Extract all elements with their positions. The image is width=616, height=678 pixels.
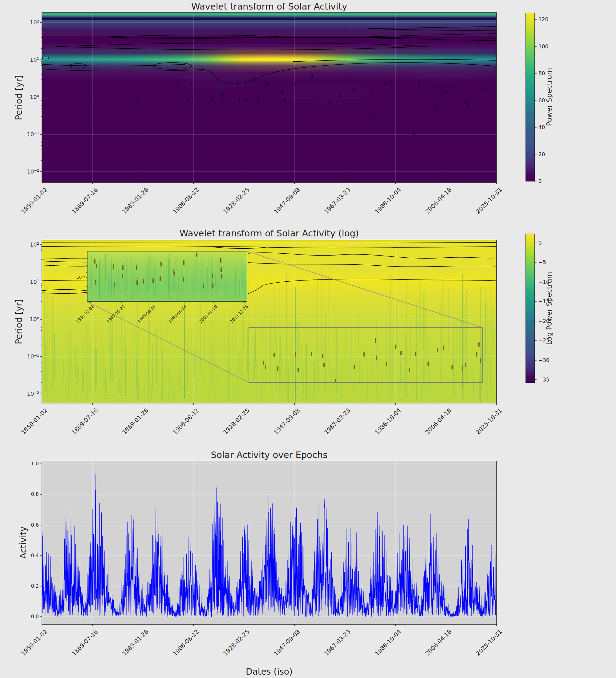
event-mark bbox=[375, 338, 376, 343]
plot2-y-tick-label: 10⁻¹ bbox=[17, 353, 39, 360]
event-mark bbox=[221, 274, 222, 279]
event-mark bbox=[467, 102, 468, 106]
event-mark bbox=[265, 84, 266, 88]
activity-series-plot bbox=[42, 461, 497, 625]
event-mark bbox=[182, 277, 184, 282]
event-mark bbox=[95, 280, 96, 285]
event-mark bbox=[323, 363, 325, 367]
event-mark bbox=[96, 264, 97, 268]
event-mark bbox=[220, 258, 221, 263]
event-mark bbox=[274, 353, 275, 357]
event-mark bbox=[443, 345, 444, 350]
event-mark bbox=[462, 367, 463, 371]
plot1-background bbox=[42, 13, 496, 182]
colorbar2-tick-label: −15 bbox=[538, 298, 557, 305]
plot3-y-tick-label: 0.8 bbox=[24, 491, 39, 497]
event-mark bbox=[284, 99, 285, 103]
plot3-y-tick-label: 0.0 bbox=[24, 613, 39, 620]
event-mark bbox=[354, 365, 355, 369]
plot1-title: Wavelet transform of Solar Activity bbox=[42, 1, 496, 12]
event-mark bbox=[220, 267, 222, 272]
event-mark bbox=[415, 352, 416, 356]
event-mark bbox=[419, 84, 419, 88]
colorbar1-gradient bbox=[526, 13, 535, 181]
event-mark bbox=[437, 348, 438, 352]
inset-axes bbox=[86, 251, 247, 303]
event-mark bbox=[330, 102, 331, 106]
colorbar1-tick-label: 0 bbox=[538, 178, 557, 185]
plot3-title: Solar Activity over Epochs bbox=[42, 450, 496, 460]
event-mark bbox=[485, 86, 486, 90]
plot2-y-tick-label: 10⁻² bbox=[17, 390, 39, 397]
event-mark bbox=[322, 354, 323, 358]
event-mark bbox=[297, 368, 299, 372]
event-mark bbox=[397, 126, 398, 130]
plot3-y-tick-label: 0.4 bbox=[24, 553, 39, 559]
event-mark bbox=[374, 117, 375, 121]
colorbar2-tick-label: −5 bbox=[538, 259, 557, 266]
event-mark bbox=[452, 365, 453, 370]
event-mark bbox=[183, 260, 184, 265]
event-mark bbox=[353, 88, 354, 92]
event-mark bbox=[265, 365, 266, 369]
colorbar2-tick-label: −35 bbox=[538, 376, 557, 383]
event-mark bbox=[465, 100, 466, 104]
event-mark bbox=[311, 76, 312, 80]
event-mark bbox=[311, 352, 312, 356]
plot2-title: Wavelet transform of Solar Activity (log… bbox=[42, 228, 496, 238]
plot2-y-tick-label: 10² bbox=[17, 241, 39, 248]
event-mark bbox=[476, 352, 478, 356]
event-mark bbox=[174, 272, 175, 276]
plot1-y-tick-label: 10⁻² bbox=[17, 168, 39, 175]
power-colorbar bbox=[526, 13, 535, 181]
event-mark bbox=[413, 134, 414, 138]
colorbar1-tick-label: 60 bbox=[538, 97, 557, 104]
inset-y-tick-label: 10⁻¹ bbox=[70, 275, 85, 280]
event-mark bbox=[329, 100, 330, 104]
event-mark bbox=[246, 98, 247, 101]
event-mark bbox=[295, 352, 296, 356]
colorbar2-tick-label: −10 bbox=[538, 278, 557, 286]
wavelet-power-plot bbox=[42, 13, 496, 182]
colorbar2-tick-label: −20 bbox=[538, 318, 557, 325]
event-mark bbox=[113, 264, 114, 269]
event-mark bbox=[122, 274, 123, 278]
event-mark bbox=[122, 265, 124, 270]
event-mark bbox=[203, 284, 204, 289]
event-mark bbox=[385, 81, 386, 85]
event-mark bbox=[94, 259, 95, 264]
colorbar1-tick-label: 20 bbox=[538, 151, 557, 158]
event-mark bbox=[465, 363, 466, 367]
event-mark bbox=[258, 97, 259, 101]
event-mark bbox=[188, 98, 189, 102]
event-mark bbox=[427, 362, 429, 366]
event-mark bbox=[268, 82, 269, 86]
event-mark bbox=[160, 276, 161, 281]
colorbar2-gradient bbox=[526, 234, 535, 383]
event-mark bbox=[386, 362, 387, 366]
event-mark bbox=[340, 93, 341, 97]
event-mark bbox=[191, 81, 192, 85]
plot1-y-tick-label: 10⁰ bbox=[17, 94, 39, 101]
event-mark bbox=[196, 253, 197, 257]
plot1-y-tick-label: 10¹ bbox=[17, 57, 39, 63]
event-mark bbox=[409, 368, 410, 372]
colorbar1-tick-label: 80 bbox=[538, 70, 557, 77]
event-mark bbox=[239, 97, 240, 101]
plot1-y-tick-label: 10⁻¹ bbox=[17, 131, 39, 138]
event-mark bbox=[136, 265, 137, 270]
event-mark bbox=[237, 85, 238, 89]
event-mark bbox=[136, 280, 138, 285]
plot3-y-tick-label: 0.6 bbox=[24, 522, 39, 528]
event-mark bbox=[212, 284, 213, 288]
event-mark bbox=[400, 351, 402, 355]
colorbar2-tick-label: −30 bbox=[538, 357, 557, 364]
figure: Wavelet transform of Solar Activity Wave… bbox=[0, 0, 616, 678]
event-mark bbox=[142, 279, 144, 284]
event-mark bbox=[160, 262, 162, 267]
chart-canvas bbox=[0, 0, 616, 678]
event-mark bbox=[277, 367, 279, 371]
plot3-y-tick-label: 0.2 bbox=[24, 583, 39, 589]
event-mark bbox=[212, 274, 213, 278]
event-mark bbox=[222, 94, 223, 98]
